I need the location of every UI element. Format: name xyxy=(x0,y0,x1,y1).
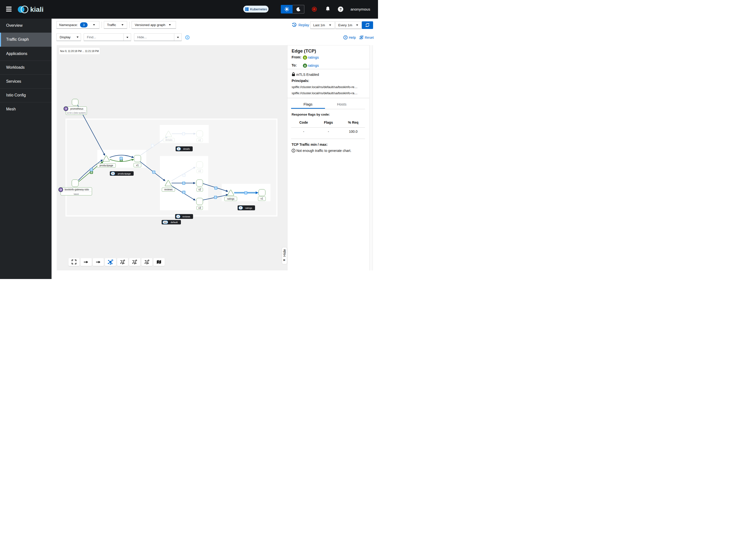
svg-text:productpage: productpage xyxy=(118,172,131,175)
svg-text:reviews: reviews xyxy=(164,188,173,191)
svg-text:NS: NS xyxy=(164,221,167,224)
svg-text:reviews: reviews xyxy=(182,215,190,218)
svg-text:A: A xyxy=(177,215,179,218)
svg-text:v1: v1 xyxy=(198,170,201,173)
svg-text:A: A xyxy=(240,206,242,209)
svg-text:latest: latest xyxy=(74,193,79,195)
svg-text:ratings: ratings xyxy=(227,198,234,200)
svg-text:bookinfo-gateway-istio: bookinfo-gateway-istio xyxy=(65,188,89,191)
svg-text:prometheus: prometheus xyxy=(70,107,83,110)
svg-text:productpage: productpage xyxy=(99,164,113,167)
svg-text:v1: v1 xyxy=(198,139,201,142)
svg-text:details: details xyxy=(165,138,172,141)
svg-text:default: default xyxy=(171,221,178,224)
svg-text:details: details xyxy=(183,148,190,150)
svg-text:v1: v1 xyxy=(260,197,263,200)
svg-text:v2.54.1:(istio-system): v2.54.1:(istio-system) xyxy=(67,112,86,114)
svg-text:A: A xyxy=(178,148,179,150)
svg-text:v2: v2 xyxy=(198,188,201,191)
svg-text:v1: v1 xyxy=(136,164,139,167)
svg-text:?: ? xyxy=(345,36,346,39)
svg-text:v3: v3 xyxy=(198,207,201,209)
svg-text:A: A xyxy=(112,172,114,175)
svg-text:?: ? xyxy=(339,7,342,11)
svg-text:ratings: ratings xyxy=(245,207,252,209)
